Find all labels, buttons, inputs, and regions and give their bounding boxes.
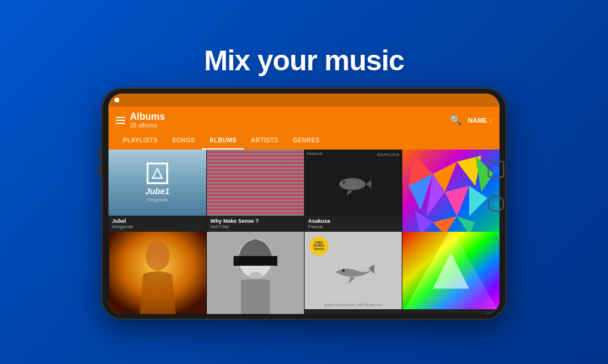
phone-volume-buttons: [98, 147, 101, 177]
albums-heading: Albums: [130, 111, 165, 122]
phone-circle-button[interactable]: ○: [488, 195, 504, 212]
album-art-asakusa: FAKEAR ASAKUSA: [305, 150, 402, 216]
hamburger-line-3: [116, 123, 125, 124]
album-item-asakusa[interactable]: FAKEAR ASAKUSA Asakusa Fakear: [304, 150, 402, 232]
header-left: Albums 28 albums: [116, 111, 165, 129]
asakusa-info: Asakusa Fakear: [305, 216, 402, 232]
why-make-sense-artist: Hot Chip: [210, 224, 300, 229]
svg-marker-11: [445, 186, 469, 216]
asakusa-artist: Fakear: [308, 224, 398, 229]
search-icon[interactable]: 🔍: [450, 114, 462, 126]
phone-shell: Albums 28 albums 🔍 NAME ↑ PLAYLISTS SONG…: [101, 88, 507, 320]
svg-marker-15: [457, 216, 476, 232]
why-make-sense-info: Why Make Sense ? Hot Chip: [207, 216, 304, 232]
album-art-row2-2: [207, 232, 304, 314]
jubel-info: Jubel Klingande: [108, 216, 206, 232]
klingande-text-art: Klingande: [147, 197, 168, 203]
jubel-text-art: Jube1: [145, 186, 169, 196]
album-item-row2-1[interactable]: [108, 232, 206, 314]
status-dot: [114, 98, 119, 102]
album-item-jubel[interactable]: Jube1 Klingande Jubel Klingande: [108, 150, 206, 232]
album-item-row2-2[interactable]: [206, 232, 304, 314]
gold-woman-art-svg: [109, 232, 206, 314]
why-make-sense-pattern: [207, 150, 304, 216]
svg-marker-0: [153, 169, 162, 178]
header-title-block: Albums 28 albums: [130, 111, 165, 129]
svg-point-21: [249, 272, 261, 279]
header-top-row: Albums 28 albums 🔍 NAME ↑: [116, 111, 492, 129]
jubel-logo: [147, 163, 168, 184]
asakusa-fish-svg: [336, 171, 371, 195]
album-art-jubel: Jube1 Klingande: [108, 150, 206, 216]
volume-up-button: [98, 147, 101, 160]
svg-marker-22: [368, 265, 374, 274]
svg-point-17: [145, 241, 170, 270]
asakusa-label-art: ASAKUSA: [377, 152, 399, 157]
jubel-triangle-icon: [151, 167, 163, 179]
albums-subtitle: 28 albums: [130, 122, 165, 129]
app-header: Albums 28 albums 🔍 NAME ↑ PLAYLISTS SONG…: [108, 107, 500, 150]
fakear-label-art: FAKEAR: [307, 152, 323, 155]
bw-woman-art-svg: [207, 232, 304, 314]
phone-screen: Albums 28 albums 🔍 NAME ↑ PLAYLISTS SONG…: [108, 94, 500, 314]
shark-art-svg: [333, 257, 374, 284]
free-bonus-badge: FREEBONUSTRACK: [309, 237, 328, 256]
asakusa-title: Asakusa: [308, 218, 398, 224]
svg-point-24: [342, 269, 345, 272]
tab-genres[interactable]: GENRES: [286, 132, 327, 150]
hamburger-line-1: [116, 117, 125, 118]
jubel-artist: Klingande: [112, 224, 203, 229]
navigation-tabs: PLAYLISTS SONGS ALBUMS ARTISTS GENRES: [116, 132, 492, 150]
tab-artists[interactable]: ARTISTS: [244, 132, 286, 150]
hamburger-menu-button[interactable]: [116, 117, 125, 124]
phone-square-button[interactable]: □: [488, 161, 504, 178]
page-title: Mix your music: [204, 44, 404, 77]
status-bar: [108, 94, 500, 107]
tab-songs[interactable]: SONGS: [165, 132, 203, 150]
svg-marker-13: [414, 210, 433, 232]
album-art-why-make-sense: [207, 150, 304, 216]
svg-marker-3: [346, 190, 352, 195]
svg-marker-14: [433, 216, 457, 232]
phone-back-button[interactable]: ◁: [488, 230, 504, 247]
svg-point-4: [343, 181, 345, 183]
album-item-why-make-sense[interactable]: Why Make Sense ? Hot Chip: [206, 150, 304, 232]
svg-point-1: [339, 178, 365, 190]
volume-down-button: [98, 164, 101, 177]
row2-3-info: [305, 309, 402, 314]
tab-playlists[interactable]: PLAYLISTS: [116, 132, 165, 150]
album-art-row2-3: FREEBONUSTRACK MARC FISCHER FEAT. ODETTE…: [305, 232, 402, 309]
tab-albums[interactable]: ALBUMS: [202, 132, 244, 150]
album-grid: Jube1 Klingande Jubel Klingande Why Make…: [108, 150, 500, 314]
phone-nav-buttons: □ ○ ◁: [484, 88, 508, 320]
svg-marker-23: [348, 276, 355, 284]
album-art-row2-1: [109, 232, 206, 314]
jubel-title: Jubel: [112, 218, 203, 224]
album-item-row2-3[interactable]: FREEBONUSTRACK MARC FISCHER FEAT. ODETTE…: [304, 232, 402, 314]
svg-rect-20: [234, 256, 277, 266]
why-make-sense-title: Why Make Sense ?: [210, 218, 300, 224]
hamburger-line-2: [116, 120, 125, 121]
svg-marker-2: [365, 180, 371, 188]
row2-3-subtitle: MARC FISCHER FEAT. ODETTE MCLAAR: [307, 303, 399, 307]
